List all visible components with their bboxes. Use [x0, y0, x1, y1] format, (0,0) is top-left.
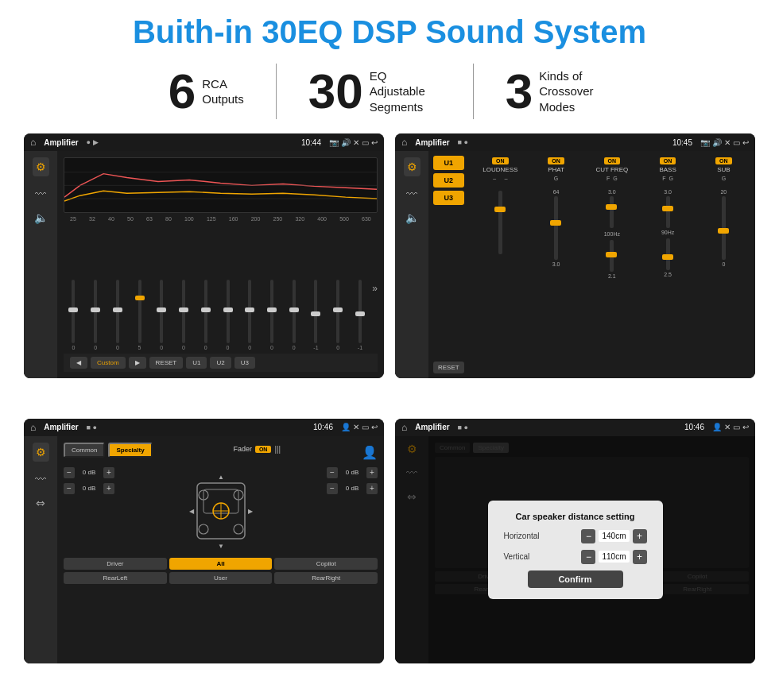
rearleft-btn[interactable]: RearLeft: [64, 572, 167, 584]
stat-rca-desc: RCAOutputs: [202, 76, 244, 107]
specialty-tab[interactable]: Specialty: [108, 443, 152, 458]
horizontal-minus[interactable]: −: [581, 529, 595, 543]
driver-btn[interactable]: Driver: [64, 558, 167, 570]
crossover-body: U1 U2 U3 RESET ON LOUDNESS: [428, 151, 755, 378]
wave-icon-3[interactable]: 〰: [35, 473, 46, 485]
eq-icon-2[interactable]: ⚙: [404, 157, 421, 176]
eq-bottom-bar: ◀ Custom ▶ RESET U1 U2 U3: [64, 354, 378, 372]
svg-text:◀: ◀: [189, 508, 195, 515]
svg-point-8: [234, 524, 243, 534]
channel-sliders: 64 3.0 3.0 100Hz: [474, 188, 750, 373]
eq-slider-12: -1: [306, 280, 326, 350]
status-icons-4: 👤 ✕ ▭ ↩: [712, 423, 749, 431]
svg-point-7: [199, 524, 208, 534]
speaker-main: Common Specialty Fader ON ||| 👤: [57, 436, 384, 663]
eq-slider-6: 0: [174, 280, 194, 350]
horizontal-label: Horizontal: [504, 532, 548, 540]
confirm-button[interactable]: Confirm: [528, 570, 623, 588]
screen3-body: ⚙ 〰 ⇔ Common Specialty Fader ON |||: [24, 436, 384, 663]
horizontal-value: 140cm: [599, 530, 629, 542]
expand-icon-3[interactable]: ⇔: [36, 497, 45, 509]
custom-btn[interactable]: Custom: [91, 357, 126, 369]
eq-icon-3[interactable]: ⚙: [33, 443, 49, 462]
db-plus-4[interactable]: +: [366, 483, 378, 494]
eq-slider-9: 0: [240, 280, 260, 350]
home-icon-2: ⌂: [401, 137, 407, 148]
wave-icon[interactable]: 〰: [35, 188, 46, 200]
u2-btn[interactable]: U2: [210, 357, 231, 369]
db-minus-1[interactable]: −: [64, 467, 75, 478]
dots-1: ● ▶: [87, 138, 99, 146]
person-icon-4: 👤: [712, 423, 722, 431]
eq-slider-4: 5: [130, 280, 149, 350]
app-name-4: Amplifier: [415, 423, 449, 431]
u1-crossover-btn[interactable]: U1: [433, 156, 464, 170]
back-icon-1: ↩: [371, 138, 378, 147]
stat-eq-number: 30: [308, 67, 363, 116]
left-panel-1: ⚙ 〰 🔈: [24, 151, 57, 378]
wave-icon-2[interactable]: 〰: [406, 188, 417, 200]
app-name-1: Amplifier: [44, 138, 78, 147]
common-tab[interactable]: Common: [64, 443, 105, 458]
rect-icon-2: ▭: [733, 138, 740, 147]
u3-crossover-btn[interactable]: U3: [433, 191, 464, 205]
svg-text:▶: ▶: [248, 508, 253, 515]
close-icon-4: ✕: [724, 423, 731, 431]
db-minus-2[interactable]: −: [64, 483, 75, 494]
speaker-layout: − 0 dB + − 0 dB +: [64, 467, 378, 555]
db-controls-left: − 0 dB + − 0 dB +: [64, 467, 114, 555]
vertical-minus[interactable]: −: [581, 550, 595, 564]
phat-col: ON PHAT G: [529, 156, 583, 184]
reset-btn-2[interactable]: RESET: [433, 362, 464, 373]
u1-btn[interactable]: U1: [186, 357, 207, 369]
reset-btn-1[interactable]: RESET: [149, 357, 184, 369]
u3-btn[interactable]: U3: [234, 357, 255, 369]
page-title: Buith-in 30EQ DSP Sound System: [133, 14, 646, 49]
close-icon-1: ✕: [353, 138, 359, 147]
db-plus-2[interactable]: +: [103, 483, 114, 494]
vertical-plus[interactable]: +: [633, 550, 647, 564]
horizontal-plus[interactable]: +: [633, 529, 647, 543]
time-3: 10:46: [313, 423, 333, 431]
bass-col: ON BASS FG: [641, 156, 694, 184]
speaker-bottom-btns: Driver All Copilot RearLeft User RearRig…: [64, 558, 378, 584]
db-val-4: 0 dB: [341, 485, 363, 492]
eq-slider-10: 0: [262, 280, 282, 350]
next-btn[interactable]: ▶: [129, 357, 146, 369]
cutfreq-label: CUT FREQ: [595, 166, 628, 173]
u2-crossover-btn[interactable]: U2: [433, 173, 464, 188]
eq-slider-14: -1: [351, 280, 370, 350]
db-row-1: − 0 dB +: [64, 467, 114, 478]
svg-text:▲: ▲: [218, 474, 224, 481]
speaker-icon-2[interactable]: 🔈: [405, 211, 419, 224]
status-icons-1: 📷 🔊 ✕ ▭ ↩: [329, 138, 378, 147]
sub-on: ON: [715, 157, 732, 164]
crossover-left-panel: ⚙ 〰 🔈: [395, 151, 428, 378]
user-btn[interactable]: User: [169, 572, 273, 584]
speaker-icon[interactable]: 🔈: [34, 211, 48, 224]
fader-bars: |||: [274, 445, 281, 454]
more-icon[interactable]: »: [372, 283, 378, 294]
fader-label: Fader: [233, 445, 252, 453]
eq-slider-11: 0: [284, 280, 304, 350]
back-icon-2: ↩: [742, 138, 749, 147]
fader-on-badge: ON: [255, 446, 272, 453]
prev-btn[interactable]: ◀: [70, 357, 87, 369]
db-plus-1[interactable]: +: [103, 467, 114, 478]
rearright-btn[interactable]: RearRight: [274, 572, 378, 584]
all-btn[interactable]: All: [169, 558, 273, 570]
db-minus-4[interactable]: −: [327, 483, 338, 494]
stat-crossover-number: 3: [506, 67, 533, 116]
db-val-3: 0 dB: [341, 469, 363, 476]
vertical-row: Vertical − 110cm +: [504, 550, 647, 564]
home-icon-1: ⌂: [30, 137, 36, 148]
db-minus-3[interactable]: −: [327, 467, 338, 478]
copilot-btn[interactable]: Copilot: [274, 558, 378, 570]
home-icon-4: ⌂: [401, 422, 407, 433]
db-plus-3[interactable]: +: [366, 467, 378, 478]
phat-on: ON: [548, 157, 564, 164]
screen4-body: ⚙ 〰 ⇔ Common Specialty Driver All: [395, 436, 755, 663]
eq-icon[interactable]: ⚙: [33, 157, 49, 176]
distance-modal: Car speaker distance setting Horizontal …: [488, 501, 663, 599]
sub-label: SUB: [717, 166, 730, 173]
